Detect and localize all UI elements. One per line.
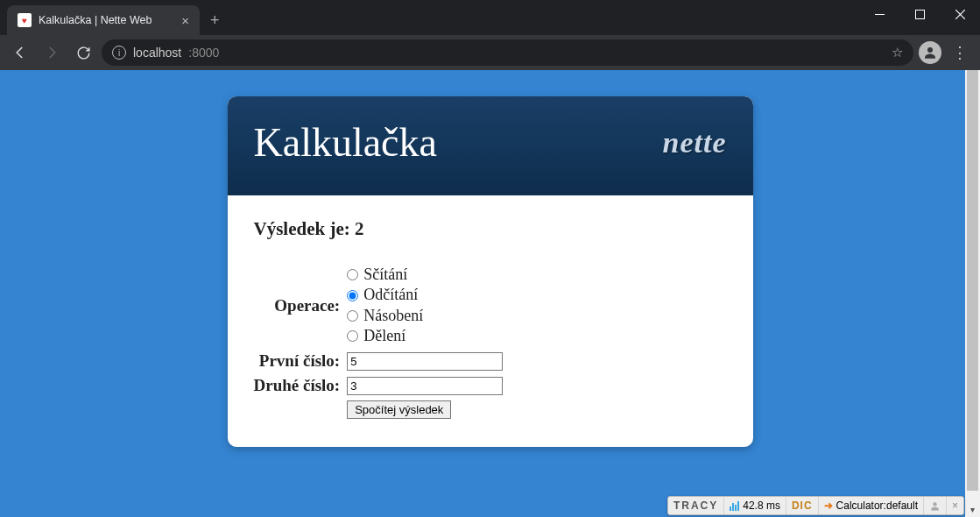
result-value: 2 xyxy=(355,218,364,239)
svg-rect-1 xyxy=(915,10,924,18)
operation-label: Operace: xyxy=(254,263,348,349)
radio-div[interactable] xyxy=(347,330,358,342)
address-bar: i localhost:8000 ☆ ⋮ xyxy=(0,35,980,70)
route-arrow-icon: ➜ xyxy=(824,499,833,512)
radio-add-label: Sčítání xyxy=(363,265,407,285)
bars-icon xyxy=(730,501,739,511)
first-number-label: První číslo: xyxy=(254,349,348,373)
radio-sub[interactable] xyxy=(347,290,358,301)
new-tab-button[interactable]: + xyxy=(210,11,220,30)
submit-button[interactable] xyxy=(347,400,451,419)
user-icon xyxy=(929,500,941,512)
tracy-debug-bar[interactable]: TRACY 42.8 ms DIC ➜ Calculator:default × xyxy=(667,496,964,515)
close-tab-icon[interactable]: × xyxy=(181,13,189,28)
scrollbar-thumb[interactable] xyxy=(967,70,978,491)
card-header: Kalkulačka nette xyxy=(228,96,753,195)
radio-add[interactable] xyxy=(347,269,358,280)
tracy-close-icon[interactable]: × xyxy=(947,499,963,512)
operation-option-mul[interactable]: Násobení xyxy=(347,306,503,326)
tab-title: Kalkulačka | Nette Web xyxy=(39,14,174,26)
tracy-time: 42.8 ms xyxy=(743,499,780,512)
radio-mul[interactable] xyxy=(347,310,358,322)
svg-point-4 xyxy=(927,47,933,53)
vertical-scrollbar[interactable]: ▴ ▾ xyxy=(965,70,980,517)
reload-button[interactable] xyxy=(70,39,96,66)
back-button[interactable] xyxy=(7,39,33,66)
forward-button[interactable] xyxy=(39,39,65,66)
radio-mul-label: Násobení xyxy=(363,306,423,326)
profile-avatar-icon[interactable] xyxy=(919,41,941,64)
tracy-route-panel[interactable]: ➜ Calculator:default xyxy=(819,497,924,514)
tracy-user-panel[interactable] xyxy=(924,497,947,514)
tracy-time-panel[interactable]: 42.8 ms xyxy=(724,497,786,514)
tracy-dic-panel[interactable]: DIC xyxy=(786,497,819,514)
radio-div-label: Dělení xyxy=(363,326,405,346)
result-label: Výsledek je: xyxy=(254,218,355,239)
url-input[interactable]: i localhost:8000 ☆ xyxy=(102,39,913,66)
page-title: Kalkulačka xyxy=(254,119,437,166)
tracy-route: Calculator:default xyxy=(836,499,918,512)
url-host: localhost xyxy=(133,46,181,60)
url-port: :8000 xyxy=(188,46,219,60)
card-body: Výsledek je: 2 Operace: Sčítání Odčítání xyxy=(228,195,753,447)
favicon-icon: ♥ xyxy=(18,13,32,27)
window-controls xyxy=(859,0,980,28)
operation-option-add[interactable]: Sčítání xyxy=(347,265,503,285)
radio-sub-label: Odčítání xyxy=(363,285,418,305)
first-number-input[interactable] xyxy=(347,352,503,371)
scroll-down-icon[interactable]: ▾ xyxy=(965,502,980,517)
close-window-button[interactable] xyxy=(940,0,980,28)
bookmark-star-icon[interactable]: ☆ xyxy=(892,45,903,60)
minimize-button[interactable] xyxy=(859,0,899,28)
site-info-icon[interactable]: i xyxy=(112,46,126,60)
result-text: Výsledek je: 2 xyxy=(254,218,727,240)
tracy-logo[interactable]: TRACY xyxy=(668,497,724,514)
calculator-form: Operace: Sčítání Odčítání Násobení xyxy=(254,263,504,421)
window-titlebar: ♥ Kalkulačka | Nette Web × + xyxy=(0,0,980,35)
operation-option-sub[interactable]: Odčítání xyxy=(347,285,503,305)
browser-tab[interactable]: ♥ Kalkulačka | Nette Web × xyxy=(7,5,200,35)
second-number-input[interactable] xyxy=(347,377,503,395)
second-number-label: Druhé číslo: xyxy=(254,373,348,398)
page-viewport: Kalkulačka nette Výsledek je: 2 Operace:… xyxy=(0,70,980,517)
browser-menu-button[interactable]: ⋮ xyxy=(947,43,973,62)
svg-point-5 xyxy=(933,502,936,506)
maximize-button[interactable] xyxy=(899,0,940,28)
operation-option-div[interactable]: Dělení xyxy=(347,326,503,346)
calculator-card: Kalkulačka nette Výsledek je: 2 Operace:… xyxy=(228,96,753,447)
nette-logo: nette xyxy=(663,126,727,159)
